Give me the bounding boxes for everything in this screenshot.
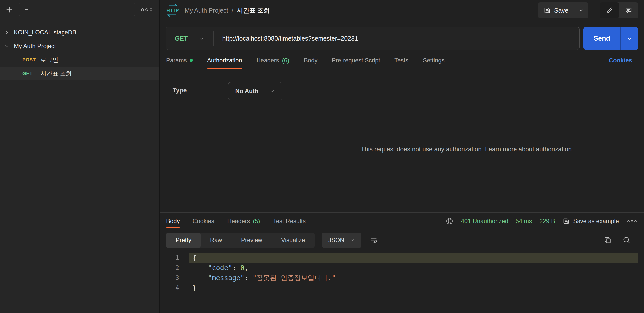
auth-type-label: Type [172, 87, 187, 94]
send-button-group: Send [584, 27, 638, 50]
http-icon: HTTP [166, 4, 180, 17]
collection-label: KOIN_LOCAL-stageDB [14, 29, 76, 36]
method-select[interactable]: GET [166, 27, 214, 50]
code-line: 3 "message": "잘못된 인증정보입니다." [160, 273, 644, 283]
request-tabs: Params Authorization Headers (6) Body Pr… [160, 50, 644, 71]
svg-text:HTTP: HTTP [166, 8, 179, 13]
edit-button[interactable] [600, 3, 619, 19]
copy-button[interactable] [604, 236, 612, 244]
sidebar-more-button[interactable] [139, 9, 154, 11]
app-root: KOIN_LOCAL-stageDB My Auth Project POST … [0, 0, 644, 313]
sidebar-item-request-selected[interactable]: GET 시간표 조회 [0, 67, 160, 80]
header-icon-group [600, 3, 638, 19]
tab-body[interactable]: Body [304, 50, 318, 71]
auth-empty-state: This request does not use any authorizat… [290, 71, 644, 212]
tab-response-body[interactable]: Body [166, 213, 180, 229]
search-button[interactable] [622, 236, 630, 244]
url-box: GET http://localhost:8080/timetables?sem… [166, 27, 580, 50]
sidebar-item-request[interactable]: POST 로그인 [0, 53, 160, 67]
divider [594, 5, 594, 16]
tab-authorization[interactable]: Authorization [207, 50, 242, 71]
breadcrumb: My Auth Project / 시간표 조회 [184, 7, 270, 15]
response-viewer-toolbar: Pretty Raw Preview Visualize JSON [160, 229, 644, 251]
status-badge[interactable]: 401 Unauthorized [461, 218, 508, 224]
sidebar-search-input[interactable] [19, 3, 135, 17]
response-tabs: Body Cookies Headers (5) Test Results [166, 213, 306, 229]
tab-settings[interactable]: Settings [423, 50, 444, 71]
response-body-viewer[interactable]: 1 { 2 "code": 0, 3 "message": "잘못된 인증정보입… [160, 251, 644, 313]
tab-response-cookies[interactable]: Cookies [193, 213, 214, 229]
line-number: 4 [160, 283, 189, 293]
sidebar: KOIN_LOCAL-stageDB My Auth Project POST … [0, 0, 160, 313]
authorization-panel: Type No Auth This request does not use a… [160, 71, 644, 212]
response-more-button[interactable] [626, 220, 638, 222]
more-icon [146, 9, 148, 11]
save-icon [544, 7, 550, 14]
code-line: 4 } [160, 283, 644, 293]
collection-label: My Auth Project [14, 43, 56, 50]
collection-tree: KOIN_LOCAL-stageDB My Auth Project POST … [0, 19, 160, 80]
save-button-group: Save [538, 3, 588, 19]
view-mode-raw[interactable]: Raw [201, 232, 232, 248]
cookies-link[interactable]: Cookies [609, 57, 638, 64]
edit-icon [606, 7, 613, 14]
tab-headers[interactable]: Headers (6) [256, 50, 290, 71]
chevron-down-icon [350, 238, 355, 243]
sidebar-item-collection[interactable]: My Auth Project [0, 39, 160, 53]
tab-pre-request-script[interactable]: Pre-request Script [332, 50, 380, 71]
send-options-button[interactable] [620, 27, 638, 50]
save-button[interactable]: Save [538, 3, 574, 19]
chevron-down-icon [199, 36, 204, 41]
method-badge-post: POST [22, 57, 36, 63]
wrap-icon [369, 236, 378, 244]
sidebar-item-collection[interactable]: KOIN_LOCAL-stageDB [0, 26, 160, 39]
chevron-right-icon [4, 30, 10, 35]
copy-icon [604, 236, 612, 244]
url-builder-row: GET http://localhost:8080/timetables?sem… [160, 27, 644, 50]
line-number: 3 [160, 273, 189, 283]
url-input[interactable]: http://localhost:8080/timetables?semeste… [214, 35, 366, 42]
save-options-button[interactable] [574, 3, 588, 19]
request-header: HTTP My Auth Project / 시간표 조회 Save [160, 0, 644, 21]
sidebar-header [0, 0, 160, 19]
line-number: 2 [160, 263, 189, 273]
params-dot-indicator [190, 59, 193, 62]
request-label: 시간표 조회 [40, 70, 72, 78]
breadcrumb-parent[interactable]: My Auth Project [184, 7, 228, 14]
tab-response-headers[interactable]: Headers (5) [227, 213, 260, 229]
wrap-lines-button[interactable] [369, 236, 378, 244]
language-select[interactable]: JSON [322, 232, 361, 248]
response-section: Body Cookies Headers (5) Test Results [160, 212, 644, 313]
code-line: 1 { [160, 253, 644, 263]
chevron-down-icon [270, 89, 275, 94]
filter-icon [24, 6, 31, 13]
view-mode-visualize[interactable]: Visualize [272, 232, 314, 248]
save-icon [562, 218, 570, 224]
send-button[interactable]: Send [584, 27, 620, 50]
method-badge-get: GET [22, 71, 36, 76]
authorization-link[interactable]: authorization [536, 146, 572, 153]
globe-icon [446, 217, 454, 225]
language-value: JSON [328, 237, 344, 244]
code-line: 2 "code": 0, [160, 263, 644, 273]
plus-icon [6, 6, 13, 14]
comments-button[interactable] [619, 3, 638, 19]
view-mode-preview[interactable]: Preview [232, 232, 272, 248]
auth-type-select[interactable]: No Auth [228, 82, 282, 100]
response-headers-count: (5) [253, 218, 260, 224]
tab-test-results[interactable]: Test Results [273, 213, 306, 229]
breadcrumb-separator: / [232, 7, 233, 14]
more-icon [631, 220, 633, 222]
response-header: Body Cookies Headers (5) Test Results [160, 213, 644, 229]
comments-icon [625, 7, 632, 14]
response-size[interactable]: 229 B [540, 218, 555, 224]
save-as-example-button[interactable]: Save as example [562, 218, 619, 224]
tab-params[interactable]: Params [166, 50, 193, 71]
tab-tests[interactable]: Tests [394, 50, 408, 71]
new-button[interactable] [4, 4, 15, 15]
response-time[interactable]: 54 ms [516, 218, 532, 224]
more-icon [634, 220, 636, 222]
view-mode-pretty[interactable]: Pretty [166, 232, 201, 248]
auth-empty-message: This request does not use any authorizat… [361, 146, 573, 153]
chevron-down-icon [578, 8, 584, 14]
